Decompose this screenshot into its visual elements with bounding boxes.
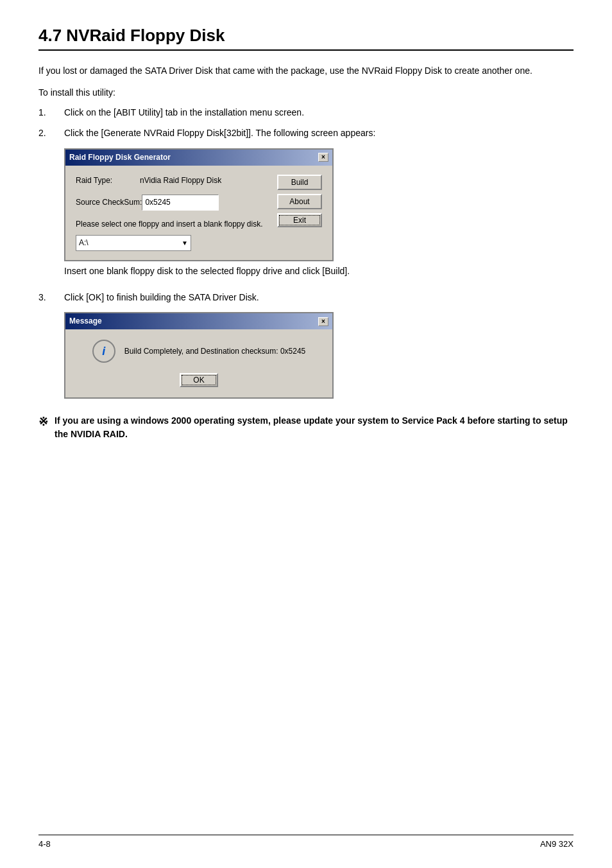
step-2-content: Click the [Generate NVRaid Floppy Disk[3… bbox=[64, 126, 574, 284]
exit-button[interactable]: Exit bbox=[277, 213, 322, 227]
step-2: 2. Click the [Generate NVRaid Floppy Dis… bbox=[38, 126, 574, 284]
drive-dropdown-row: A:\ ▼ bbox=[76, 235, 269, 251]
please-text: Please select one floppy and insert a bl… bbox=[76, 218, 269, 230]
message-dialog-titlebar: Message × bbox=[65, 313, 332, 329]
note-symbol: ※ bbox=[38, 415, 48, 429]
step-2-text: Click the [Generate NVRaid Floppy Disk[3… bbox=[64, 128, 375, 138]
raid-buttons-col: Build About Exit bbox=[277, 175, 322, 252]
message-text: Build Completely, and Destination checks… bbox=[124, 345, 306, 358]
raid-type-row: Raid Type: nVidia Raid Floppy Disk bbox=[76, 175, 269, 187]
message-row: i Build Completely, and Destination chec… bbox=[92, 340, 306, 363]
step-3-num: 3. bbox=[38, 290, 64, 399]
raid-dialog-title: Raid Floppy Disk Generator bbox=[69, 152, 171, 164]
message-dialog-title: Message bbox=[69, 315, 102, 327]
install-label: To install this utility: bbox=[38, 85, 574, 100]
about-button[interactable]: About bbox=[277, 194, 322, 209]
message-dialog-body: i Build Completely, and Destination chec… bbox=[65, 329, 332, 397]
raid-close-button[interactable]: × bbox=[318, 153, 328, 162]
raid-dialog: Raid Floppy Disk Generator × Raid Type: … bbox=[64, 148, 334, 262]
step2-caption: Insert one blank floppy disk to the sele… bbox=[64, 264, 574, 278]
ok-button[interactable]: OK bbox=[180, 373, 218, 387]
step-1-num: 1. bbox=[38, 105, 64, 119]
step-3: 3. Click [OK] to finish building the SAT… bbox=[38, 290, 574, 399]
message-dialog: Message × i Build Completely, and Destin… bbox=[64, 312, 334, 399]
raid-type-label: Raid Type: bbox=[76, 175, 140, 187]
step-2-num: 2. bbox=[38, 126, 64, 284]
steps-list: 1. Click on the [ABIT Utility] tab in th… bbox=[38, 105, 574, 399]
raid-dialog-titlebar: Raid Floppy Disk Generator × bbox=[65, 150, 332, 166]
source-checksum-row: Source CheckSum: 0x5245 bbox=[76, 195, 269, 211]
page-title: 4.7 NVRaid Floppy Disk bbox=[38, 26, 574, 51]
intro-text: If you lost or damaged the SATA Driver D… bbox=[38, 64, 574, 78]
footer-left: 4-8 bbox=[38, 839, 51, 849]
drive-dropdown[interactable]: A:\ ▼ bbox=[76, 235, 191, 251]
raid-type-value: nVidia Raid Floppy Disk bbox=[140, 175, 221, 187]
step-3-text: Click [OK] to finish building the SATA D… bbox=[64, 292, 259, 302]
note-box: ※ If you are using a windows 2000 operat… bbox=[38, 414, 574, 441]
info-icon: i bbox=[92, 340, 115, 363]
step-1-text: Click on the [ABIT Utility] tab in the i… bbox=[64, 105, 574, 119]
message-close-button[interactable]: × bbox=[318, 317, 328, 326]
footer-right: AN9 32X bbox=[540, 839, 574, 849]
footer: 4-8 AN9 32X bbox=[38, 835, 574, 849]
dropdown-arrow-icon: ▼ bbox=[182, 238, 188, 248]
drive-value: A:\ bbox=[79, 237, 89, 249]
note-text: If you are using a windows 2000 operatin… bbox=[55, 414, 574, 441]
source-checksum-label: Source CheckSum: bbox=[76, 196, 142, 209]
build-button[interactable]: Build bbox=[277, 175, 322, 190]
step-1: 1. Click on the [ABIT Utility] tab in th… bbox=[38, 105, 574, 119]
step-3-content: Click [OK] to finish building the SATA D… bbox=[64, 290, 574, 399]
source-checksum-input[interactable]: 0x5245 bbox=[142, 195, 219, 211]
